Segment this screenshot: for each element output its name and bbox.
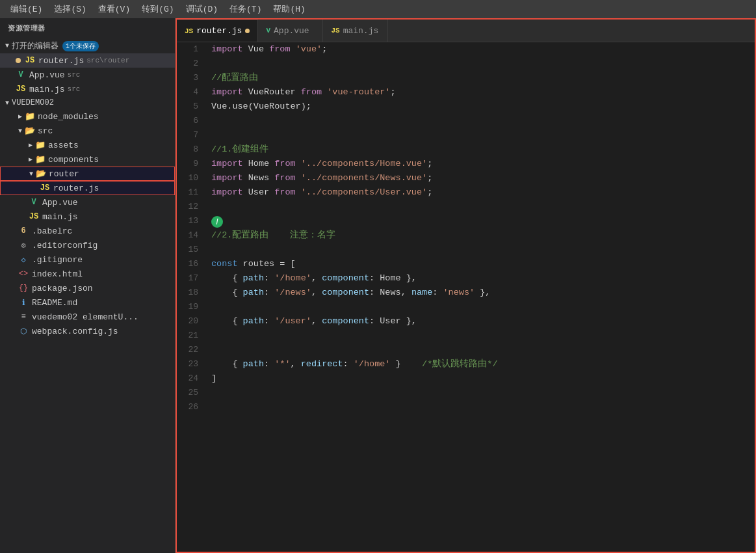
code-lines: 1import Vue from 'vue';2 3//配置路由4import … xyxy=(177,42,755,552)
gear-icon: ⚙ xyxy=(18,241,29,250)
open-file-app-vue[interactable]: V App.vue src xyxy=(0,68,175,82)
main-layout: 资源管理器 ▼ 打开的编辑器 1个未保存 JS router.js src\ro… xyxy=(0,18,756,553)
open-file-router-js[interactable]: JS router.js src\router xyxy=(0,53,175,68)
folder-src[interactable]: ▼ 📂 src xyxy=(0,124,175,138)
line-content xyxy=(206,114,755,128)
file-router-js[interactable]: JS router.js xyxy=(0,181,175,195)
line-content: //配置路由 xyxy=(206,71,755,85)
menu-debug[interactable]: 调试(D) xyxy=(181,2,223,16)
line-content xyxy=(206,128,755,142)
code-line: 7 xyxy=(177,128,755,142)
line-content xyxy=(206,57,755,71)
token-plain: User xyxy=(243,187,275,197)
line-number: 7 xyxy=(177,128,206,142)
folder-node-modules[interactable]: ▶ 📁 node_modules xyxy=(0,109,175,124)
equiv-icon: ≡ xyxy=(18,312,29,321)
tab-label: App.vue xyxy=(274,26,309,36)
token-kw: import xyxy=(211,159,243,169)
tab-js-icon: JS xyxy=(185,27,193,35)
code-line: 19 xyxy=(177,300,755,314)
token-str: '*' xyxy=(274,359,290,369)
token-plain: : Home }, xyxy=(369,273,417,283)
token-plain: ; xyxy=(427,187,432,197)
file-editorconfig[interactable]: ⚙ .editorconfig xyxy=(0,238,175,252)
file-webpack-config[interactable]: ⬡ webpack.config.js xyxy=(0,324,175,338)
line-content: { path: '/news', component: News, name: … xyxy=(206,286,755,300)
code-line: 5Vue.use(VueRouter); xyxy=(177,100,755,114)
open-file-main-js[interactable]: JS main.js src xyxy=(0,82,175,96)
menu-view[interactable]: 查看(V) xyxy=(93,2,135,16)
code-line: 8//1.创建组件 xyxy=(177,142,755,157)
menubar: 编辑(E) 选择(S) 查看(V) 转到(G) 调试(D) 任务(T) 帮助(H… xyxy=(0,0,756,18)
token-plain: ; xyxy=(322,44,327,54)
code-line: 14//2.配置路由 注意：名字 xyxy=(177,228,755,243)
file-readme[interactable]: ℹ README.md xyxy=(0,295,175,310)
babelrc-icon: 6 xyxy=(18,226,29,236)
token-str: '/home' xyxy=(354,359,391,369)
token-str: '../components/News.vue' xyxy=(301,173,427,183)
token-plain: { xyxy=(211,359,243,369)
token-plain: , xyxy=(311,273,322,283)
file-name: main.js xyxy=(29,85,65,94)
line-number: 23 xyxy=(177,357,206,371)
tab-router-js[interactable]: JS router.js xyxy=(177,20,258,42)
project-arrow: ▼ xyxy=(5,100,9,107)
code-line: 13I xyxy=(177,214,755,228)
line-content: { path: '*', redirect: '/home' } /*默认跳转路… xyxy=(206,357,755,371)
file-vuedemo02[interactable]: ≡ vuedemo02 elementU... xyxy=(0,310,175,324)
tab-app-vue[interactable]: V App.vue xyxy=(258,20,323,42)
line-content: const routes = [ xyxy=(206,257,755,271)
menu-task[interactable]: 任务(T) xyxy=(224,2,267,16)
file-app-vue[interactable]: V App.vue xyxy=(0,195,175,209)
code-line: 25 xyxy=(177,386,755,400)
file-gitignore[interactable]: ◇ .gitignore xyxy=(0,252,175,267)
token-plain: News xyxy=(243,173,275,183)
token-plain xyxy=(296,187,301,197)
folder-arrow: ▶ xyxy=(29,141,33,149)
line-content xyxy=(206,343,755,357)
project-header[interactable]: ▼ VUEDEMO02 xyxy=(0,96,175,109)
line-content xyxy=(206,386,755,400)
open-editors-header[interactable]: ▼ 打开的编辑器 1个未保存 xyxy=(0,38,175,53)
line-content xyxy=(206,200,755,214)
line-content: import News from '../components/News.vue… xyxy=(206,171,755,185)
html-icon: <> xyxy=(18,269,29,278)
menu-help[interactable]: 帮助(H) xyxy=(268,2,310,16)
file-index-html[interactable]: <> index.html xyxy=(0,267,175,281)
token-plain: { xyxy=(211,288,243,297)
menu-goto[interactable]: 转到(G) xyxy=(137,2,179,16)
file-main-js[interactable]: JS main.js xyxy=(0,209,175,224)
token-kw: from xyxy=(274,173,295,183)
js-icon: JS xyxy=(16,85,26,94)
line-number: 18 xyxy=(177,286,206,300)
file-package-json[interactable]: {} package.json xyxy=(0,281,175,295)
menu-edit[interactable]: 编辑(E) xyxy=(5,2,47,16)
folder-components[interactable]: ▶ 📁 components xyxy=(0,152,175,167)
token-plain: Home xyxy=(243,159,275,169)
folder-assets[interactable]: ▶ 📁 assets xyxy=(0,138,175,152)
token-prop: component xyxy=(322,273,369,283)
webpack-icon: ⬡ xyxy=(18,327,29,336)
token-plain: Vue xyxy=(243,44,270,54)
file-babelrc[interactable]: 6 .babelrc xyxy=(0,224,175,238)
tab-label: router.js xyxy=(196,26,242,36)
vue-icon: V xyxy=(16,70,26,79)
line-content: import Vue from 'vue'; xyxy=(206,42,755,57)
token-plain: { xyxy=(211,273,243,283)
folder-router[interactable]: ▼ 📂 router xyxy=(0,167,175,181)
token-plain: : xyxy=(264,288,274,297)
folder-name: router xyxy=(49,169,79,179)
tab-main-js[interactable]: JS main.js xyxy=(323,20,388,42)
tab-vue-icon: V xyxy=(266,27,270,34)
file-name: router.js xyxy=(38,56,84,66)
file-name: README.md xyxy=(32,298,77,308)
folder-icon: 📁 xyxy=(35,140,46,150)
token-plain: Vue.use(VueRouter); xyxy=(211,101,311,111)
file-name: index.html xyxy=(32,269,83,279)
line-content: I xyxy=(206,214,755,228)
menu-select[interactable]: 选择(S) xyxy=(49,2,91,16)
code-line: 10import News from '../components/News.v… xyxy=(177,171,755,185)
code-line: 2 xyxy=(177,57,755,71)
code-editor[interactable]: 1import Vue from 'vue';2 3//配置路由4import … xyxy=(177,42,755,552)
line-number: 11 xyxy=(177,185,206,200)
